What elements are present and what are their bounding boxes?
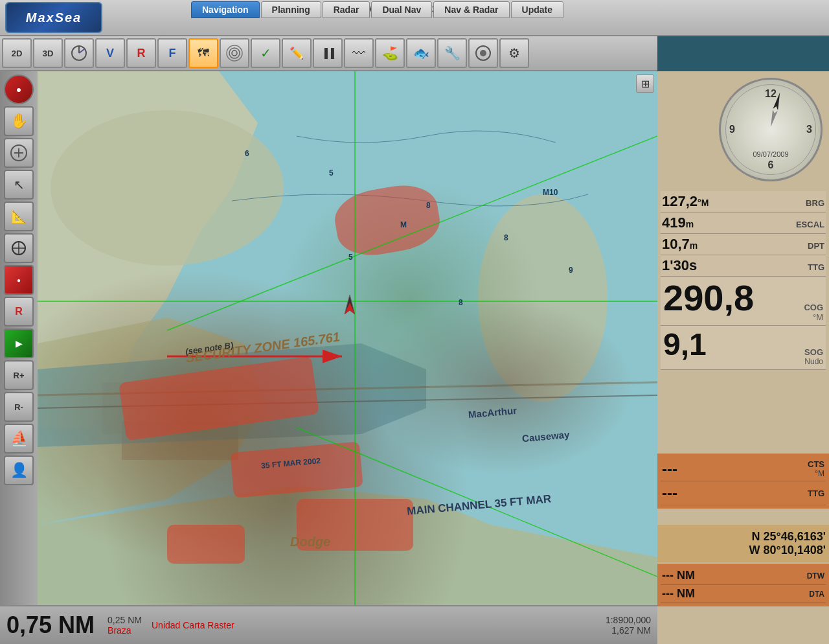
pencil-button[interactable]: ✏️ [282,38,312,68]
dpt-label: DPT [808,241,824,251]
scale-right: 1:8900,000 1,627 NM [606,615,651,636]
settings-button[interactable]: ⚙ [499,38,529,68]
status-bar: 0,75 NM 0,25 NM Braza Unidad Carta Raste… [0,605,657,644]
svg-point-4 [232,51,237,56]
escal-value: 419m [662,214,694,231]
sonar-button[interactable] [220,38,249,68]
cts-row: --- CTS °M [661,457,826,481]
compass-inner: 12 3 6 9 09/07/2009 [725,84,816,175]
sog-label: SOG [804,347,823,357]
toolbar: 2D 3D V R F 🗺 ✓ ✏️ ▐▐ 〰 ⛳ 🐟 🔧 ⚙ [0,36,657,71]
tab-update[interactable]: Update [511,1,563,18]
cts-ttg-value: --- [662,484,677,502]
zoom-button[interactable] [4,138,34,168]
map-expand-button[interactable]: ⊞ [636,75,654,93]
sidebar-toggle-button[interactable]: ▐▐ [313,38,343,68]
tab-radar[interactable]: Radar [323,1,370,18]
ttg-value: 1'30s [662,257,697,274]
f-button[interactable]: F [157,38,187,68]
scale-nm-val: 1,627 NM [606,625,651,636]
scale-ratio: 1:8900,000 [606,615,651,625]
chart-info: Unidad Carta Raster [152,620,234,630]
coordinates-section: N 25°46,6163' W 80°10,1408' [657,525,829,562]
compass-widget: 12 3 6 9 09/07/2009 [712,71,829,188]
dtw-section: --- NM DTW --- NM DTA [657,564,829,606]
right-panel: 12 3 6 9 09/07/2009 127,2°M BRG 419m [657,71,829,644]
cog-label: COG [804,303,823,312]
escal-label: ESCAL [796,220,824,229]
rminus-button[interactable]: R- [4,392,34,422]
dpt-value: 10,7m [662,236,698,253]
dtw-value: --- NM [662,569,695,582]
cog-row: 290,8 COG °M [661,277,826,326]
crosshair-button[interactable] [4,233,34,263]
radar-overlay-button[interactable] [64,38,94,68]
coord-west: W 80°10,1408' [661,544,826,557]
circles-button[interactable] [468,38,498,68]
chart-type-label: Unidad Carta Raster [152,620,234,630]
tab-dual-nav[interactable]: Dual Nav [371,1,432,18]
brg-row: 127,2°M BRG [661,191,826,213]
waves-button[interactable]: 〰 [344,38,374,68]
cts-ttg-label: TTG [808,489,824,498]
sog-row: 9,1 SOG Nudo [661,326,826,370]
cursor-button[interactable]: ↖ [4,170,34,200]
green-button[interactable]: ▶ [4,328,34,358]
scale-detail-unit: Braza [108,625,142,636]
ttg-row: 1'30s TTG [661,255,826,277]
r-btn[interactable]: R [4,297,34,327]
dta-label: DTA [809,590,824,599]
lifering-button[interactable]: ⛵ [4,424,34,454]
compass-9: 9 [729,124,735,135]
coord-north: N 25°46,6163' [661,530,826,544]
tab-navigation[interactable]: Navigation [191,1,260,18]
titlebar: MaxSea ◀ ▶ Modo Demo Externo Navigation … [0,0,829,36]
dtw-row: --- NM DTW [661,567,826,585]
2d-button[interactable]: 2D [2,38,32,68]
scale-detail-nm: 0,25 NM [108,615,142,625]
tab-nav-radar[interactable]: Nav & Radar [433,1,509,18]
ttg-label: TTG [808,262,824,272]
compass-3: 3 [806,124,812,135]
map-area[interactable]: SECURITY ZONE 165.761 (see note B) MacAr… [38,71,657,644]
v-button[interactable]: V [95,38,125,68]
fish-button[interactable]: 🐟 [406,38,436,68]
dtw-label: DTW [807,571,824,581]
cog-unit: °M [804,312,823,322]
dta-row: --- NM DTA [661,585,826,603]
scale-nm: 0,75 NM [6,612,95,639]
svg-point-3 [229,48,240,58]
dpt-row: 10,7m DPT [661,234,826,255]
rplus-button[interactable]: R+ [4,360,34,390]
r-button[interactable]: R [126,38,156,68]
brg-value: 127,2°M [662,193,709,210]
ruler-button[interactable]: 📐 [4,201,34,231]
satellite-overlay [38,71,657,644]
target-button[interactable]: ● [4,75,34,104]
left-sidebar: ● ✋ ↖ 📐 ● R ▶ R+ R- ⛵ 👤 [0,71,38,644]
compass-dial: 12 3 6 9 09/07/2009 [719,78,823,181]
cts-label: CTS [808,459,824,469]
pan-button[interactable]: ✋ [4,106,34,136]
3d-button[interactable]: 3D [33,38,63,68]
compass-date: 09/07/2009 [753,150,788,158]
tools2-button[interactable]: 🔧 [437,38,467,68]
track-button[interactable]: ✓ [251,38,280,68]
scale-details: 0,25 NM Braza [108,615,142,636]
cog-value: 290,8 [663,280,754,316]
svg-point-6 [480,50,486,56]
escal-row: 419m ESCAL [661,213,826,234]
nav-data-panel: 127,2°M BRG 419m ESCAL 10,7m DPT 1'30s T… [657,188,829,373]
red2-button[interactable]: ● [4,265,34,295]
dta-value: --- NM [662,587,695,601]
compass-6: 6 [768,159,774,171]
sog-value: 9,1 [663,329,707,360]
cts-section: --- CTS °M --- TTG [657,454,829,509]
sog-unit: Nudo [804,357,823,366]
chart-type-button[interactable]: 🗺 [188,38,218,68]
nav-tabs: Navigation Planning Radar Dual Nav Nav &… [191,1,563,18]
tab-planning[interactable]: Planning [261,1,321,18]
marker-button[interactable]: ⛳ [375,38,405,68]
svg-marker-39 [768,109,778,128]
person-button[interactable]: 👤 [4,455,34,485]
